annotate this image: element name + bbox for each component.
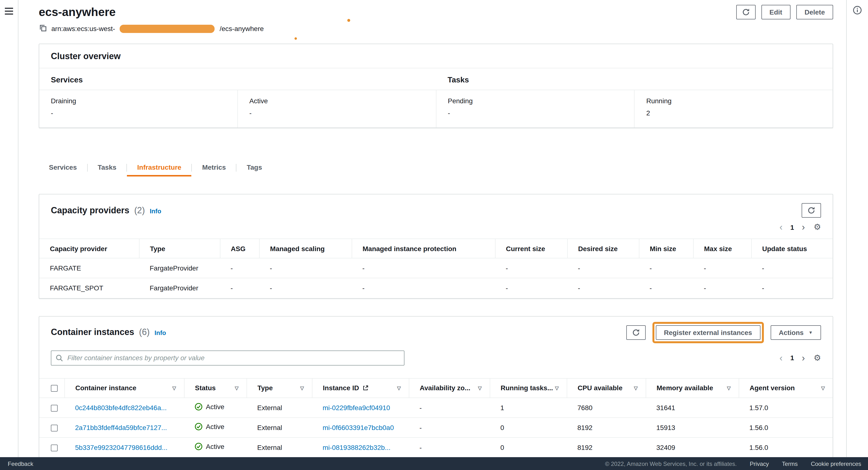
copy-icon[interactable] [39, 24, 48, 33]
terms-link[interactable]: Terms [782, 460, 798, 467]
update-status-value: - [751, 278, 833, 298]
container-instances-info-link[interactable]: Info [155, 329, 166, 336]
filter-triangle-icon[interactable]: ▽ [235, 385, 239, 390]
container-instance-link[interactable]: 0c244b803bfe4dfc822eb46a... [75, 404, 166, 411]
row-checkbox[interactable] [51, 445, 58, 451]
next-page-icon[interactable]: › [802, 223, 805, 232]
overview-stats: Draining - Active - Pending - Running 2 [39, 90, 833, 127]
cookie-preferences-link[interactable]: Cookie preferences [811, 460, 861, 467]
tab-tags[interactable]: Tags [237, 159, 272, 176]
container-instance-link[interactable]: 5b337e99232047798616ddd... [75, 444, 167, 451]
container-instances-toolbar: ‹ 1 › ⚙ [39, 340, 833, 365]
current-size-value: - [495, 258, 567, 278]
column-type: Type [139, 239, 220, 258]
filter-triangle-icon[interactable]: ▽ [173, 385, 176, 390]
desired-size-value: - [567, 258, 639, 278]
min-size-value: - [639, 278, 693, 298]
capacity-providers-refresh-button[interactable] [802, 203, 821, 218]
container-instances-title: Container instances [51, 327, 134, 337]
row-checkbox[interactable] [51, 424, 58, 431]
ecs-cluster-detail-page: ecs-anywhere Edit Delete arn:aws:ecs:us-… [0, 0, 868, 470]
table-row[interactable]: FARGATE_SPOT FargateProvider - - - - - -… [39, 278, 833, 298]
next-page-icon[interactable]: › [802, 353, 805, 362]
column-asg: ASG [220, 239, 259, 258]
capacity-providers-table: Capacity provider Type ASG Managed scali… [39, 238, 833, 298]
capacity-providers-info-link[interactable]: Info [150, 207, 161, 214]
table-row[interactable]: FARGATE FargateProvider - - - - - - - - [39, 258, 833, 278]
page-header: ecs-anywhere Edit Delete [39, 4, 833, 20]
container-instances-pagination: ‹ 1 › ⚙ [780, 353, 821, 362]
capacity-providers-pagination: ‹ 1 › ⚙ [39, 218, 833, 232]
table-header-row: Capacity provider Type ASG Managed scali… [39, 239, 833, 258]
previous-page-icon[interactable]: ‹ [780, 353, 783, 362]
column-availability-zone: Availability zo...▽ [409, 378, 490, 398]
instance-id-link[interactable]: mi-0819388262b32b... [322, 444, 391, 451]
settings-gear-icon[interactable]: ⚙ [814, 354, 821, 362]
filter-triangle-icon[interactable]: ▽ [727, 385, 731, 390]
column-managed-instance-protection: Managed instance protection [352, 239, 495, 258]
column-update-status: Update status [751, 239, 833, 258]
hamburger-menu-icon[interactable] [4, 6, 14, 17]
privacy-link[interactable]: Privacy [750, 460, 769, 467]
refresh-button[interactable] [736, 5, 755, 20]
memory-available-value: 15913 [646, 417, 739, 437]
feedback-link[interactable]: Feedback [8, 460, 33, 467]
annotation-dot [347, 19, 350, 22]
left-nav-rail [0, 0, 19, 470]
filter-triangle-icon[interactable]: ▽ [555, 385, 559, 390]
column-min-size: Min size [639, 239, 693, 258]
page-number[interactable]: 1 [790, 223, 794, 231]
edit-button[interactable]: Edit [761, 5, 790, 20]
right-help-rail [846, 0, 868, 470]
table-row[interactable]: 2a71bb3fdeff4da59bfce7127... Active Exte… [39, 417, 833, 437]
annotation-dot [294, 37, 297, 40]
services-group-heading: Services [39, 68, 436, 90]
table-row[interactable]: 0c244b803bfe4dfc822eb46a... Active Exter… [39, 398, 833, 417]
register-external-instances-button[interactable]: Register external instances [656, 325, 760, 340]
column-desired-size: Desired size [567, 239, 639, 258]
filter-triangle-icon[interactable]: ▽ [478, 385, 482, 390]
filter-triangle-icon[interactable]: ▽ [821, 385, 825, 390]
filter-input[interactable] [51, 350, 404, 365]
provider-type: FargateProvider [139, 278, 220, 298]
previous-page-icon[interactable]: ‹ [780, 223, 783, 232]
container-instance-link[interactable]: 2a71bb3fdeff4da59bfce7127... [75, 423, 167, 431]
status-text: Active [206, 403, 224, 411]
tab-tasks[interactable]: Tasks [87, 159, 126, 176]
managed-instance-protection-value: - [352, 258, 495, 278]
stat-draining: Draining - [39, 90, 237, 127]
instance-id-link[interactable]: mi-0229fbfea9cf04910 [322, 404, 390, 411]
tab-infrastructure[interactable]: Infrastructure [127, 159, 192, 176]
filter-triangle-icon[interactable]: ▽ [300, 385, 304, 390]
column-current-size: Current size [495, 239, 567, 258]
managed-scaling-value: - [259, 258, 352, 278]
cluster-tabs: Services Tasks Infrastructure Metrics Ta… [39, 159, 833, 176]
filter-triangle-icon[interactable]: ▽ [634, 385, 638, 390]
desired-size-value: - [567, 278, 639, 298]
row-checkbox[interactable] [51, 405, 58, 411]
overview-group-headings: Services Tasks [39, 68, 833, 90]
actions-dropdown-button[interactable]: Actions ▼ [770, 325, 821, 340]
page-actions: Edit Delete [736, 5, 833, 20]
filter-triangle-icon[interactable]: ▽ [397, 385, 401, 390]
running-tasks-value: 0 [490, 417, 567, 437]
column-capacity-provider: Capacity provider [39, 239, 139, 258]
capacity-providers-count: (2) [134, 205, 145, 215]
settings-gear-icon[interactable]: ⚙ [814, 223, 821, 231]
delete-button[interactable]: Delete [796, 5, 833, 20]
capacity-provider-name: FARGATE [39, 258, 139, 278]
info-icon[interactable] [851, 5, 863, 17]
tab-services[interactable]: Services [39, 159, 87, 176]
container-instances-table: Container instance▽ Status▽ Type▽ Instan… [39, 378, 833, 457]
table-row[interactable]: 5b337e99232047798616ddd... Active Extern… [39, 437, 833, 457]
tab-metrics[interactable]: Metrics [192, 159, 236, 176]
stat-value: - [448, 109, 623, 117]
select-all-checkbox[interactable] [51, 385, 58, 392]
capacity-providers-card: Capacity providers (2) Info ‹ 1 › ⚙ [39, 194, 833, 298]
instance-id-link[interactable]: mi-0f6603391e7bcb0a0 [322, 423, 394, 431]
container-instances-refresh-button[interactable] [626, 325, 645, 340]
asg-value: - [220, 258, 259, 278]
min-size-value: - [639, 258, 693, 278]
provider-type: FargateProvider [139, 258, 220, 278]
page-number[interactable]: 1 [790, 354, 794, 362]
